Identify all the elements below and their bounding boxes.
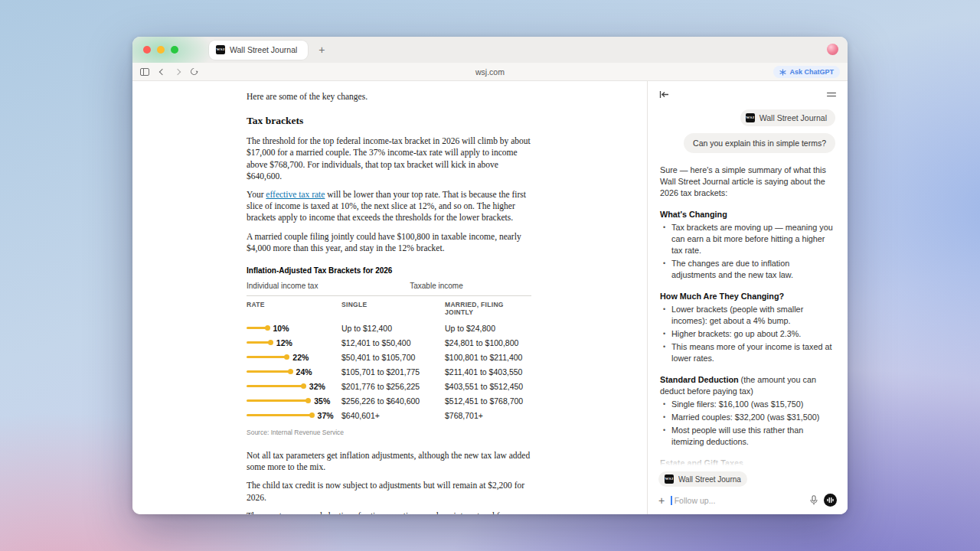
group-header-taxable: Taxable income — [341, 282, 531, 290]
column-header-rate: RATE — [247, 301, 341, 316]
collapse-sidebar-icon[interactable] — [659, 90, 669, 99]
married-range: $24,801 to $100,800 — [445, 338, 531, 347]
forward-button[interactable] — [175, 68, 181, 74]
column-header-married: MARRIED, FILING JOINTLY — [445, 301, 531, 316]
voice-mode-button[interactable] — [824, 494, 837, 507]
composer-chip-label: Wall Street Journal — [678, 475, 741, 484]
user-message: Can you explain this in simple terms? — [684, 133, 835, 153]
response-section: Estate and Gift Taxes •Estate tax exclus… — [660, 458, 835, 469]
reload-button[interactable] — [189, 67, 199, 77]
minimize-window-button[interactable] — [157, 46, 165, 54]
maximize-window-button[interactable] — [171, 46, 178, 54]
bullet-item: •Tax brackets are moving up — meaning yo… — [660, 222, 835, 256]
rate-value: 35% — [314, 396, 330, 406]
profile-avatar[interactable] — [827, 44, 838, 55]
section-heading: Estate and Gift Taxes — [660, 458, 743, 468]
rate-bar — [247, 370, 291, 373]
sidebar-toggle-icon[interactable] — [140, 68, 149, 76]
article-paragraph: The threshold for the top federal income… — [247, 135, 531, 182]
table-row: 35% $256,226 to $640,600 $512,451 to $76… — [247, 393, 531, 408]
url-bar[interactable]: wsj.com — [132, 67, 848, 77]
wsj-favicon-icon: WSJ — [216, 45, 225, 54]
response-section: Standard Deduction (the amount you can d… — [660, 374, 835, 448]
article-paragraph: The new temporary deductions for tips, o… — [247, 510, 531, 514]
add-attachment-button[interactable]: + — [658, 495, 665, 506]
single-range: Up to $12,400 — [341, 324, 445, 333]
wsj-favicon-icon: WSJ — [665, 474, 674, 484]
tax-bracket-chart: Inflation-Adjusted Tax Brackets for 2026… — [247, 266, 531, 436]
married-range: $512,451 to $768,700 — [445, 396, 531, 406]
single-range: $201,776 to $256,225 — [341, 382, 445, 391]
tab-title: Wall Street Journal — [230, 45, 297, 54]
rate-bar — [247, 356, 287, 358]
browser-toolbar: wsj.com Ask ChatGPT — [132, 63, 848, 81]
table-row: 22% $50,401 to $105,700 $100,801 to $211… — [247, 350, 531, 364]
microphone-icon[interactable] — [810, 495, 818, 505]
article-paragraph: Not all tax parameters get inflation adj… — [247, 450, 531, 473]
chart-column-headers: RATE SINGLE MARRIED, FILING JOINTLY — [247, 301, 531, 316]
context-chip-label: Wall Street Journal — [760, 113, 827, 122]
close-window-button[interactable] — [143, 46, 151, 54]
married-range: $768,701+ — [445, 411, 531, 420]
article-paragraph: A married couple filing jointly could ha… — [247, 231, 531, 254]
article-paragraph: Your effective tax rate will be lower th… — [247, 189, 531, 224]
bullet-item: •Most people will use this rather than i… — [660, 425, 835, 448]
article-paragraph: The child tax credit is now subject to a… — [247, 480, 531, 503]
section-heading: How Much Are They Changing? — [660, 292, 784, 301]
response-section: How Much Are They Changing? •Lower brack… — [660, 291, 835, 364]
table-row: 10% Up to $12,400 Up to $24,800 — [247, 321, 531, 335]
article-heading-tax-brackets: Tax brackets — [247, 115, 531, 127]
ask-chatgpt-label: Ask ChatGPT — [789, 68, 834, 76]
bullet-item: •The changes are due to inflation adjust… — [660, 258, 835, 281]
bullet-item: •Higher brackets: go up about 2.3%. — [660, 328, 835, 340]
rate-value: 32% — [309, 382, 325, 391]
tab-bar: WSJ Wall Street Journal + — [132, 37, 848, 63]
married-range: $100,801 to $211,400 — [445, 353, 531, 362]
conversation-scroll[interactable]: WSJ Wall Street Journal Can you explain … — [648, 108, 848, 469]
input-placeholder: Follow up... — [675, 496, 716, 505]
chart-group-headers: Individual income tax Taxable income — [247, 282, 531, 296]
married-range: $211,401 to $403,550 — [445, 367, 531, 377]
context-chip-wsj[interactable]: WSJ Wall Street Journal — [740, 109, 835, 126]
back-button[interactable] — [159, 68, 165, 74]
single-range: $12,401 to $50,400 — [341, 338, 445, 347]
chart-title: Inflation-Adjusted Tax Brackets for 2026 — [247, 266, 531, 275]
article-intro: Here are some of the key changes. — [247, 91, 531, 103]
married-range: Up to $24,800 — [445, 324, 531, 333]
table-row: 24% $105,701 to $201,775 $211,401 to $40… — [247, 364, 531, 379]
effective-tax-rate-link[interactable]: effective tax rate — [266, 190, 325, 199]
rate-bar — [247, 385, 304, 387]
followup-input[interactable]: Follow up... — [671, 496, 804, 505]
rate-bar — [247, 399, 309, 402]
rate-bar — [247, 341, 271, 344]
group-header-individual: Individual income tax — [247, 282, 341, 290]
bullet-item: •Married couples: $32,200 (was $31,500) — [660, 412, 835, 423]
paragraph-text: Your — [247, 190, 266, 199]
browser-tab-wsj[interactable]: WSJ Wall Street Journal — [209, 41, 308, 60]
rate-value: 10% — [273, 324, 289, 333]
chart-source: Source: Internal Revenue Service — [247, 429, 531, 436]
sidebar-menu-icon[interactable] — [827, 93, 836, 97]
chatgpt-icon — [779, 69, 786, 76]
table-row: 12% $12,401 to $50,400 $24,801 to $100,8… — [247, 335, 531, 350]
article-page: Here are some of the key changes. Tax br… — [132, 81, 647, 514]
browser-window: WSJ Wall Street Journal + wsj.com Ask Ch… — [132, 37, 848, 514]
response-section: What's Changing •Tax brackets are moving… — [660, 209, 835, 281]
composer-context-chip[interactable]: WSJ Wall Street Journal — [658, 471, 747, 487]
single-range: $105,701 to $201,775 — [341, 367, 445, 377]
bullet-item: •Lower brackets (people with smaller inc… — [660, 304, 835, 327]
section-heading: What's Changing — [660, 210, 727, 219]
rate-value: 37% — [318, 411, 334, 420]
rate-bar — [247, 327, 268, 329]
rate-value: 22% — [292, 353, 309, 362]
composer: + Follow up... — [658, 494, 837, 507]
wsj-favicon-icon: WSJ — [746, 113, 755, 122]
ask-chatgpt-button[interactable]: Ask ChatGPT — [773, 66, 840, 78]
chatgpt-sidebar: WSJ Wall Street Journal Can you explain … — [647, 81, 848, 514]
assistant-response: Sure — here's a simple summary of what t… — [660, 165, 835, 469]
window-controls — [132, 46, 189, 54]
response-intro: Sure — here's a simple summary of what t… — [660, 165, 835, 199]
new-tab-button[interactable]: + — [318, 44, 325, 55]
rate-bar — [247, 414, 312, 416]
waveform-icon — [827, 497, 834, 504]
